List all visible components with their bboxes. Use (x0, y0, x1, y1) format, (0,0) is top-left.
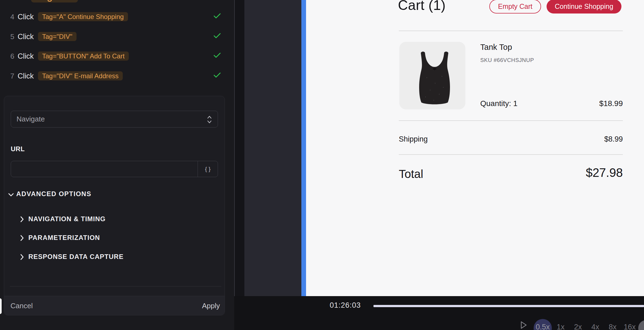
tank-top-illustration (399, 42, 465, 109)
step-action-label: Click (18, 52, 34, 61)
card-divider (10, 286, 221, 286)
step-number: 6 (7, 52, 14, 61)
playback-timestamp: 01:26:03 (330, 301, 361, 310)
cancel-button[interactable]: Cancel (10, 296, 33, 315)
action-type-select[interactable]: Navigate (11, 111, 218, 128)
product-quantity: Quantity: 1 (480, 99, 517, 108)
chevron-right-icon (20, 235, 24, 241)
step-target-badge[interactable]: Tag="BUTTON" Add To Cart (38, 52, 129, 61)
step-row-7[interactable]: 7 Click Tag="DIV" E-mail Address (0, 71, 228, 81)
step-action-label: Click (18, 32, 34, 41)
step-badge-partial: g (31, 0, 78, 2)
step-number: 7 (7, 71, 14, 81)
step-target-badge[interactable]: Tag="A" Continue Shopping (38, 12, 128, 21)
total-price: $27.98 (586, 166, 623, 180)
section-label: NAVIGATION & TIMING (28, 215, 106, 223)
url-field-label: URL (11, 145, 25, 153)
edge-handle[interactable] (0, 298, 2, 314)
total-label: Total (399, 167, 423, 181)
editor-footer: Cancel Apply (4, 296, 225, 315)
product-image (399, 42, 465, 109)
step-target-badge[interactable]: Tag="DIV" (38, 32, 77, 41)
product-name: Tank Top (480, 43, 512, 52)
step-number: 4 (7, 12, 14, 21)
url-input[interactable] (11, 161, 198, 177)
step-action-label: Click (18, 71, 34, 81)
empty-cart-button[interactable]: Empty Cart (489, 0, 541, 13)
step-success-check-icon (214, 53, 221, 58)
playback-progress-bar[interactable] (373, 305, 644, 307)
apply-button[interactable]: Apply (202, 296, 220, 315)
speed-option-4x[interactable]: 4x (586, 323, 605, 330)
chevron-down-icon (8, 191, 14, 198)
speed-option-2x[interactable]: 2x (568, 323, 588, 330)
step-row-5[interactable]: 5 Click Tag="DIV" (0, 32, 228, 41)
divider (399, 154, 623, 155)
advanced-options-label: ADVANCED OPTIONS (16, 190, 91, 198)
play-icon[interactable] (520, 321, 527, 329)
speed-option-1x[interactable]: 1x (551, 323, 570, 330)
replay-stage-background (244, 0, 301, 296)
select-updown-chevron-icon (207, 115, 212, 124)
player-bar: 01:26:03 0.5x 1x 2x 4x 8x 16x (234, 296, 644, 330)
section-label: RESPONSE DATA CAPTURE (28, 253, 124, 261)
panel-gutter (235, 0, 244, 296)
speed-option-16x[interactable]: 16x (620, 323, 639, 330)
replayed-page: Cart (1) Empty Cart Continue Shopping Ta… (306, 0, 644, 296)
app-window: g 4 Click Tag="A" Continue Shopping 5 Cl… (0, 0, 644, 330)
divider (399, 31, 623, 31)
chevron-right-icon (20, 216, 24, 223)
url-input-group: { } (11, 161, 218, 177)
divider (399, 120, 623, 121)
shipping-label: Shipping (399, 135, 428, 144)
step-row-6[interactable]: 6 Click Tag="BUTTON" Add To Cart (0, 52, 228, 61)
step-row-4[interactable]: 4 Click Tag="A" Continue Shopping (0, 12, 228, 21)
step-success-check-icon (214, 72, 221, 78)
step-editor-card: Navigate URL { } ADVANCED OPTIONS NAVIGA… (4, 96, 225, 315)
chevron-right-icon (20, 254, 24, 260)
step-number: 5 (7, 32, 14, 41)
speed-option-8x[interactable]: 8x (603, 323, 622, 330)
step-target-badge[interactable]: Tag="DIV" E-mail Address (38, 71, 123, 80)
speed-option-0.5x[interactable]: 0.5x (533, 323, 552, 330)
product-sku: SKU #66VCHSJNUP (480, 57, 534, 63)
insert-variable-button[interactable]: { } (198, 161, 218, 177)
step-action-label: Click (18, 12, 34, 21)
cart-heading: Cart (1) (398, 0, 446, 13)
highlight-left-bar (301, 0, 306, 296)
shipping-price: $8.99 (604, 135, 623, 144)
step-success-check-icon (214, 13, 221, 19)
product-price: $18.99 (599, 99, 623, 108)
step-badge-partial-glyph: g (47, 0, 53, 2)
action-type-value: Navigate (17, 111, 45, 127)
step-success-check-icon (214, 33, 221, 39)
continue-shopping-button[interactable]: Continue Shopping (547, 0, 621, 13)
section-label: PARAMETERIZATION (28, 234, 100, 242)
